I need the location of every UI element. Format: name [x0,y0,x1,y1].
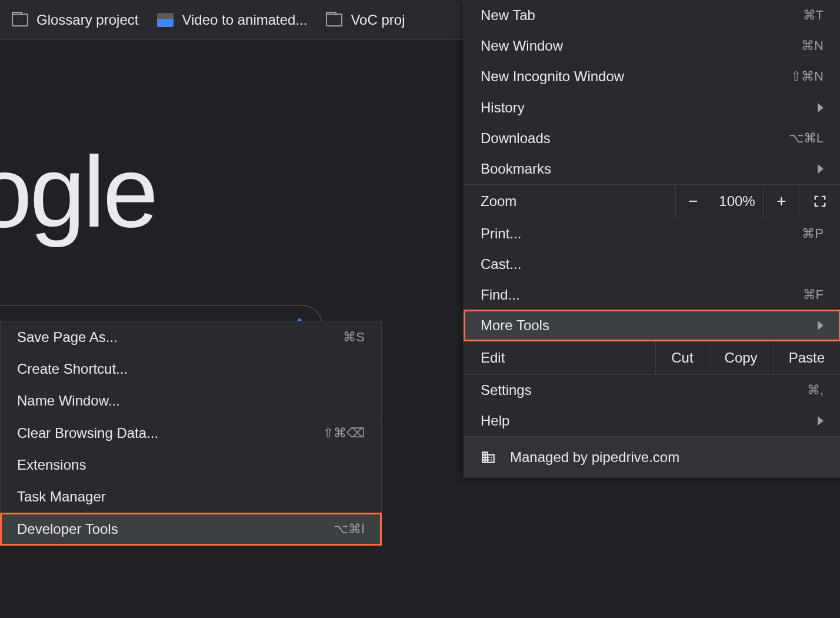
menu-new-window[interactable]: New Window ⌘N [464,31,840,61]
submenu-clear-browsing[interactable]: Clear Browsing Data... ⇧⌘⌫ [1,417,381,449]
menu-new-incognito[interactable]: New Incognito Window ⇧⌘N [464,61,840,92]
menu-history[interactable]: History [464,92,840,123]
menu-settings[interactable]: Settings ⌘, [464,375,840,406]
menu-label: Save Page As... [17,329,118,345]
menu-edit-row: Edit Cut Copy Paste [464,341,840,375]
menu-shortcut: ⌘, [807,383,824,398]
menu-label: New Window [481,38,563,54]
bookmark-video[interactable]: Video to animated... [157,12,307,28]
submenu-developer-tools[interactable]: Developer Tools ⌥⌘I [1,513,381,545]
menu-more-tools[interactable]: More Tools [464,310,840,341]
menu-help[interactable]: Help [464,406,840,436]
menu-shortcut: ⌥⌘L [789,131,824,146]
menu-label: Name Window... [17,393,120,409]
menu-bookmarks[interactable]: Bookmarks [464,154,840,184]
menu-new-tab[interactable]: New Tab ⌘T [464,0,840,31]
bookmark-label: VoC proj [351,12,405,28]
menu-shortcut: ⌘P [802,226,824,241]
bookmark-label: Video to animated... [182,12,307,28]
menu-print[interactable]: Print... ⌘P [464,218,840,249]
menu-label: New Incognito Window [481,68,624,85]
menu-zoom-row: Zoom − 100% + [464,184,840,218]
submenu-extensions[interactable]: Extensions [1,449,381,481]
menu-label: Bookmarks [481,161,551,177]
managed-label: Managed by pipedrive.com [510,449,679,466]
chevron-right-icon [818,103,824,112]
zoom-controls: − 100% + [675,185,840,218]
zoom-value: 100% [711,193,764,210]
zoom-out-button[interactable]: − [675,185,711,218]
menu-managed-by[interactable]: Managed by pipedrive.com [464,437,840,478]
menu-shortcut: ⌘N [801,38,824,54]
folder-icon [12,14,28,26]
submenu-task-manager[interactable]: Task Manager [1,481,381,513]
menu-label: New Tab [481,7,535,24]
zoom-label: Zoom [464,193,675,210]
bookmark-glossary[interactable]: Glossary project [12,12,138,28]
chevron-right-icon [818,321,824,330]
fullscreen-button[interactable] [799,185,840,218]
submenu-name-window[interactable]: Name Window... [1,385,381,417]
more-tools-submenu: Save Page As... ⌘S Create Shortcut... Na… [0,321,382,546]
menu-downloads[interactable]: Downloads ⌥⌘L [464,123,840,154]
bookmark-voc[interactable]: VoC proj [326,12,405,28]
cut-button[interactable]: Cut [655,341,708,374]
chevron-right-icon [818,416,824,426]
menu-label: Extensions [17,457,86,473]
menu-label: Downloads [481,130,551,147]
submenu-create-shortcut[interactable]: Create Shortcut... [1,353,381,385]
google-logo: ogle [0,134,156,250]
menu-label: Help [481,413,509,429]
folder-icon [326,14,342,26]
menu-label: History [481,99,525,116]
menu-shortcut: ⌘F [803,287,824,303]
chrome-main-menu: New Tab ⌘T New Window ⌘N New Incognito W… [464,0,840,478]
menu-label: Cast... [481,256,521,273]
zoom-in-button[interactable]: + [764,185,799,218]
edit-label: Edit [464,350,655,366]
menu-label: Developer Tools [17,521,118,537]
gif-icon [157,13,174,27]
submenu-save-page[interactable]: Save Page As... ⌘S [1,321,381,353]
menu-cast[interactable]: Cast... [464,249,840,280]
menu-shortcut: ⌥⌘I [334,521,365,537]
menu-shortcut: ⇧⌘⌫ [323,426,365,441]
paste-button[interactable]: Paste [773,341,840,374]
chevron-right-icon [818,164,824,174]
menu-label: Task Manager [17,489,106,505]
building-icon [481,450,496,465]
fullscreen-icon [814,195,826,208]
menu-label: Create Shortcut... [17,361,128,377]
menu-label: More Tools [481,317,549,334]
menu-label: Settings [481,382,532,398]
menu-find[interactable]: Find... ⌘F [464,280,840,310]
menu-label: Find... [481,287,520,303]
menu-shortcut: ⌘T [803,8,824,23]
copy-button[interactable]: Copy [709,341,773,374]
menu-label: Clear Browsing Data... [17,425,158,441]
bookmark-label: Glossary project [36,12,138,28]
menu-shortcut: ⇧⌘N [791,69,824,84]
menu-label: Print... [481,225,521,242]
menu-shortcut: ⌘S [343,330,365,345]
